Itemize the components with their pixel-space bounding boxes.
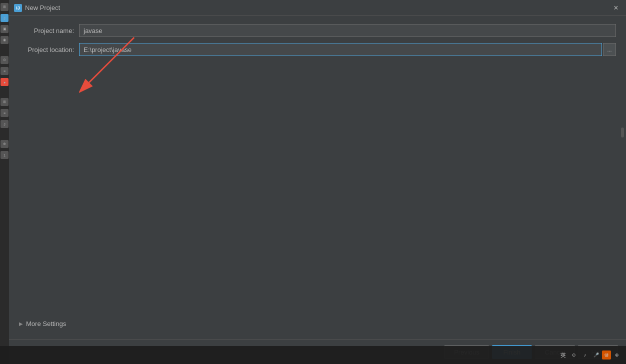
content-spacer — [19, 62, 616, 316]
project-name-row: Project name: — [19, 24, 616, 37]
sidebar-icon-3[interactable]: ▣ — [1, 25, 9, 33]
taskbar-wifi-icon[interactable]: ⊙ — [569, 350, 579, 360]
taskbar-input-icon[interactable]: 键 — [602, 350, 611, 360]
taskbar-extra-icon[interactable]: ⊕ — [612, 350, 622, 360]
sidebar-icon-5[interactable]: ⊙ — [1, 56, 9, 64]
ide-sidebar: ⊞ J ▣ ◉ ⊙ ≡ ● ⊞ ≡ J ⊕ 1 — [0, 0, 9, 364]
sidebar-icon-2[interactable]: J — [1, 14, 9, 22]
title-bar-left: IJ New Project — [14, 4, 60, 12]
sidebar-icon-6[interactable]: ≡ — [1, 67, 9, 75]
dialog-title-bar: IJ New Project × — [9, 0, 626, 16]
sidebar-icon-4[interactable]: ◉ — [1, 36, 9, 44]
project-name-label: Project name: — [19, 27, 79, 34]
project-location-row: Project location: ... — [19, 43, 616, 56]
browse-button[interactable]: ... — [603, 43, 616, 56]
sidebar-icon-10[interactable]: J — [1, 120, 9, 128]
sidebar-icon-1[interactable]: ⊞ — [1, 3, 9, 11]
more-settings-chevron: ▶ — [19, 321, 23, 326]
sidebar-icon-11[interactable]: ⊕ — [1, 140, 9, 148]
project-location-input[interactable] — [79, 43, 602, 56]
sidebar-icon-12[interactable]: 1 — [1, 151, 9, 159]
sidebar-icon-9[interactable]: ≡ — [1, 109, 9, 117]
dialog-title: New Project — [25, 4, 60, 12]
taskbar-mic-icon[interactable]: 🎤 — [591, 350, 601, 360]
taskbar-sound-icon[interactable]: ♪ — [580, 350, 590, 360]
sidebar-icon-8[interactable]: ⊞ — [1, 98, 9, 106]
taskbar-lang-icon[interactable]: 英 — [558, 350, 568, 360]
app-icon: IJ — [14, 4, 22, 12]
scroll-indicator[interactable] — [621, 128, 624, 138]
new-project-dialog: IJ New Project × Project name: Project l… — [9, 0, 626, 364]
more-settings-row[interactable]: ▶ More Settings — [19, 316, 616, 332]
close-button[interactable]: × — [611, 3, 621, 13]
more-settings-label: More Settings — [26, 320, 66, 328]
project-location-label: Project location: — [19, 46, 79, 54]
project-name-input[interactable] — [79, 24, 616, 37]
windows-taskbar: 英 ⊙ ♪ 🎤 键 ⊕ — [0, 346, 626, 364]
dialog-content: Project name: Project location: ... — [9, 16, 626, 340]
notification-area: 英 ⊙ ♪ 🎤 键 ⊕ — [558, 350, 622, 360]
sidebar-icon-7[interactable]: ● — [1, 78, 9, 86]
